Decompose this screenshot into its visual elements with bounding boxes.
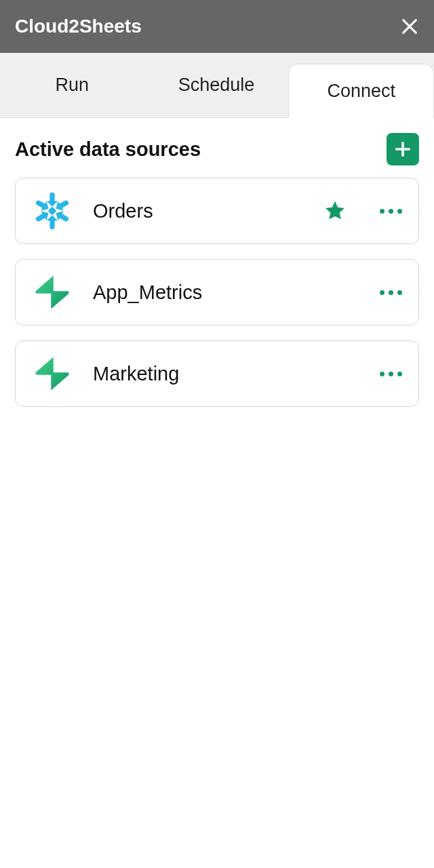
snowflake-icon [32, 191, 73, 231]
source-card-orders[interactable]: Orders [15, 178, 419, 244]
star-button[interactable] [323, 199, 347, 223]
star-icon [323, 199, 347, 222]
dot-icon [380, 372, 384, 376]
dot-icon [397, 290, 402, 295]
section-title: Active data sources [15, 138, 201, 161]
add-source-button[interactable] [387, 133, 419, 165]
dot-icon [389, 372, 393, 376]
close-button[interactable] [400, 17, 419, 36]
tab-connect[interactable]: Connect [288, 64, 434, 118]
plus-icon [393, 140, 412, 159]
supabase-icon [32, 272, 73, 313]
close-icon [400, 17, 419, 36]
source-name: Marketing [93, 363, 347, 385]
more-button[interactable] [368, 285, 402, 300]
tab-label: Connect [327, 81, 395, 102]
supabase-icon [32, 353, 73, 394]
tab-bar: Run Schedule Connect [0, 53, 434, 118]
more-button[interactable] [368, 366, 402, 382]
tab-label: Schedule [178, 75, 255, 96]
source-list: Orders App_Metrics [0, 172, 434, 412]
tab-schedule[interactable]: Schedule [144, 53, 289, 117]
svg-rect-16 [48, 207, 57, 216]
dot-icon [389, 290, 393, 295]
dot-icon [397, 209, 402, 214]
more-button[interactable] [368, 203, 402, 219]
dot-icon [380, 290, 384, 295]
dot-icon [397, 372, 402, 376]
tab-label: Run [56, 75, 90, 96]
dot-icon [389, 209, 393, 214]
svg-marker-11 [47, 215, 58, 220]
dot-icon [380, 209, 384, 214]
source-card-app-metrics[interactable]: App_Metrics [15, 259, 419, 326]
app-title: Cloud2Sheets [15, 16, 142, 37]
source-name: App_Metrics [93, 281, 347, 304]
header: Cloud2Sheets [0, 0, 434, 53]
source-card-marketing[interactable]: Marketing [15, 340, 419, 407]
tab-run[interactable]: Run [0, 53, 144, 117]
source-name: Orders [93, 200, 302, 222]
section-header: Active data sources [0, 118, 434, 172]
svg-marker-5 [47, 201, 58, 207]
